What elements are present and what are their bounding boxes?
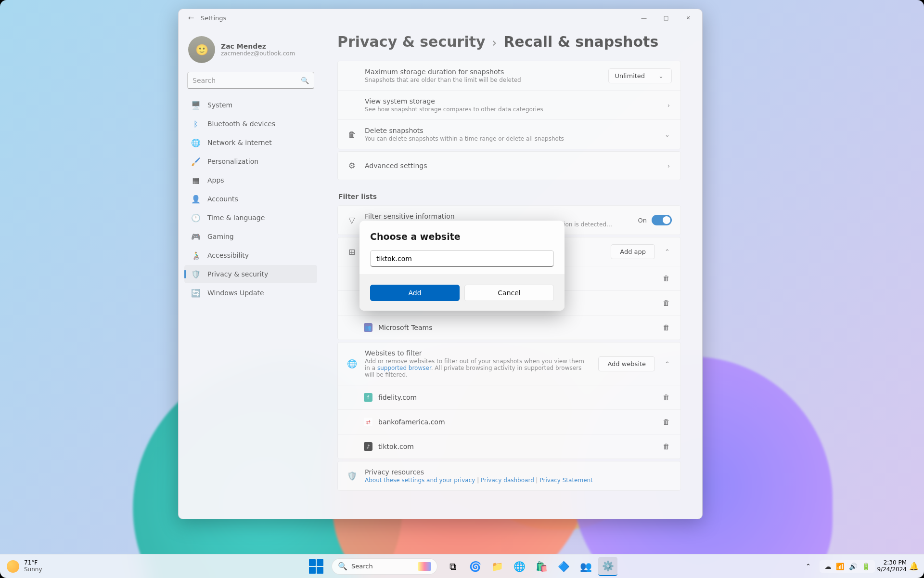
- nav-gaming[interactable]: 🎮Gaming: [184, 227, 317, 246]
- globe-clock-icon: 🕒: [191, 213, 201, 223]
- chevron-down-icon: ⌄: [656, 72, 666, 79]
- row-websites-to-filter[interactable]: 🌐 Websites to filter Add or remove websi…: [338, 342, 680, 385]
- display-icon: 🖥️: [191, 100, 201, 110]
- back-button[interactable]: ←: [181, 13, 201, 22]
- breadcrumb-parent[interactable]: Privacy & security: [337, 33, 486, 50]
- copilot-app-icon[interactable]: 🔷: [554, 557, 573, 576]
- nav-personalization[interactable]: 🖌️Personalization: [184, 152, 317, 171]
- nav-time[interactable]: 🕒Time & language: [184, 209, 317, 227]
- titlebar: ← Settings ― □ ✕: [179, 9, 702, 26]
- row-delete-snapshots[interactable]: 🗑 Delete snapshots You can delete snapsh…: [338, 119, 680, 149]
- chevron-right-icon: ›: [492, 36, 497, 50]
- nav-system[interactable]: 🖥️System: [184, 96, 317, 114]
- delete-icon[interactable]: 🗑: [661, 272, 672, 285]
- delete-icon[interactable]: 🗑: [661, 440, 672, 453]
- delete-icon[interactable]: 🗑: [661, 321, 672, 334]
- minimize-button[interactable]: ―: [633, 9, 655, 26]
- person-icon: 👤: [191, 194, 201, 204]
- sidebar: 🙂 Zac Mendez zacmendez@outlook.com 🔍 🖥️S…: [179, 26, 323, 519]
- website-input[interactable]: [370, 250, 554, 267]
- chevron-down-icon: ⌄: [663, 131, 672, 138]
- profile-name: Zac Mendez: [221, 42, 295, 50]
- nav-accessibility[interactable]: 👨‍🦽Accessibility: [184, 246, 317, 264]
- privacy-dashboard-link[interactable]: Privacy dashboard: [481, 477, 534, 484]
- copilot-icon[interactable]: 🌀: [465, 557, 485, 576]
- toggle-label: On: [638, 217, 647, 224]
- site-icon: f: [364, 393, 372, 402]
- dialog-add-button[interactable]: Add: [370, 285, 460, 301]
- nav-bluetooth[interactable]: ᛒBluetooth & devices: [184, 115, 317, 133]
- update-icon: 🔄: [191, 288, 201, 298]
- sensitive-toggle[interactable]: [652, 215, 672, 225]
- delete-icon[interactable]: 🗑: [661, 391, 672, 404]
- accessibility-icon: 👨‍🦽: [191, 250, 201, 260]
- row-advanced-settings[interactable]: ⚙ Advanced settings ›: [338, 152, 680, 180]
- wifi-icon: 📶: [836, 563, 844, 570]
- taskbar-clock[interactable]: 2:30 PM 9/24/2024: [877, 560, 907, 573]
- filter-icon: ▽: [346, 215, 357, 225]
- site-icon: ⇄: [364, 418, 372, 426]
- row-privacy-resources: 🛡️ Privacy resources About these setting…: [338, 461, 680, 490]
- dialog-title: Choose a website: [370, 231, 554, 242]
- weather-temp: 71°F: [24, 560, 42, 566]
- chevron-up-icon: ⌃: [663, 360, 672, 368]
- nav-apps[interactable]: ▦Apps: [184, 171, 317, 189]
- taskbar-search[interactable]: 🔍 Search: [332, 558, 437, 575]
- shield-icon: 🛡️: [191, 269, 201, 279]
- profile-email: zacmendez@outlook.com: [221, 50, 295, 57]
- site-icon: ♪: [364, 442, 372, 451]
- brush-icon: 🖌️: [191, 157, 201, 166]
- notifications-icon[interactable]: 🔔: [909, 562, 919, 571]
- profile-block[interactable]: 🙂 Zac Mendez zacmendez@outlook.com: [182, 31, 319, 72]
- website-filter-item-tiktok: ♪ tiktok.com 🗑: [338, 434, 680, 459]
- onedrive-icon: ☁: [824, 563, 831, 570]
- choose-website-dialog: Choose a website Add Cancel: [359, 221, 565, 311]
- supported-browser-link[interactable]: supported browser: [377, 365, 431, 371]
- weather-widget[interactable]: 71°F Sunny: [7, 560, 42, 573]
- max-duration-dropdown[interactable]: Unlimited ⌄: [608, 68, 672, 83]
- shield-icon: 🛡️: [346, 471, 357, 481]
- page-title: Recall & snapshots: [503, 33, 658, 50]
- system-tray[interactable]: ☁ 📶 🔊 🔋: [820, 560, 875, 573]
- nav-network[interactable]: 🌐Network & internet: [184, 133, 317, 152]
- nav-privacy[interactable]: 🛡️Privacy & security: [184, 265, 317, 283]
- gear-icon: ⚙: [346, 161, 357, 171]
- edge-icon[interactable]: 🌐: [510, 557, 529, 576]
- weather-sun-icon: [7, 560, 19, 573]
- store-icon[interactable]: 🛍️: [532, 557, 551, 576]
- maximize-button[interactable]: □: [655, 9, 677, 26]
- close-button[interactable]: ✕: [677, 9, 699, 26]
- teams-icon: 👥: [364, 323, 372, 332]
- nav-update[interactable]: 🔄Windows Update: [184, 284, 317, 302]
- apps-grid-icon: ⊞: [346, 247, 357, 257]
- trash-icon: 🗑: [346, 130, 357, 139]
- delete-icon[interactable]: 🗑: [661, 297, 672, 309]
- battery-icon: 🔋: [862, 563, 870, 570]
- apps-icon: ▦: [191, 175, 201, 185]
- explorer-icon[interactable]: 📁: [488, 557, 507, 576]
- gaming-icon: 🎮: [191, 232, 201, 241]
- chevron-right-icon: ›: [666, 162, 672, 170]
- bluetooth-icon: ᛒ: [191, 119, 201, 129]
- settings-taskbar-icon[interactable]: ⚙️: [598, 557, 617, 576]
- volume-icon: 🔊: [849, 563, 857, 570]
- row-max-duration[interactable]: Maximum storage duration for snapshots S…: [338, 61, 680, 90]
- task-view-icon[interactable]: ⧉: [443, 557, 462, 576]
- row-view-storage[interactable]: View system storage See how snapshot sto…: [338, 90, 680, 119]
- about-settings-link[interactable]: About these settings and your privacy: [365, 477, 475, 484]
- search-input[interactable]: [192, 77, 301, 84]
- privacy-statement-link[interactable]: Privacy Statement: [539, 477, 592, 484]
- dialog-cancel-button[interactable]: Cancel: [464, 285, 554, 301]
- delete-icon[interactable]: 🗑: [661, 416, 672, 428]
- avatar: 🙂: [188, 36, 215, 63]
- add-app-button[interactable]: Add app: [611, 244, 655, 259]
- search-icon: 🔍: [301, 77, 309, 84]
- nav-accounts[interactable]: 👤Accounts: [184, 190, 317, 208]
- weather-condition: Sunny: [24, 566, 42, 573]
- search-box[interactable]: 🔍: [187, 72, 314, 89]
- add-website-button[interactable]: Add website: [598, 356, 655, 371]
- tray-overflow-icon[interactable]: ⌃: [798, 557, 818, 576]
- start-button[interactable]: [307, 557, 326, 576]
- teams-icon[interactable]: 👥: [576, 557, 595, 576]
- breadcrumb: Privacy & security › Recall & snapshots: [337, 33, 681, 50]
